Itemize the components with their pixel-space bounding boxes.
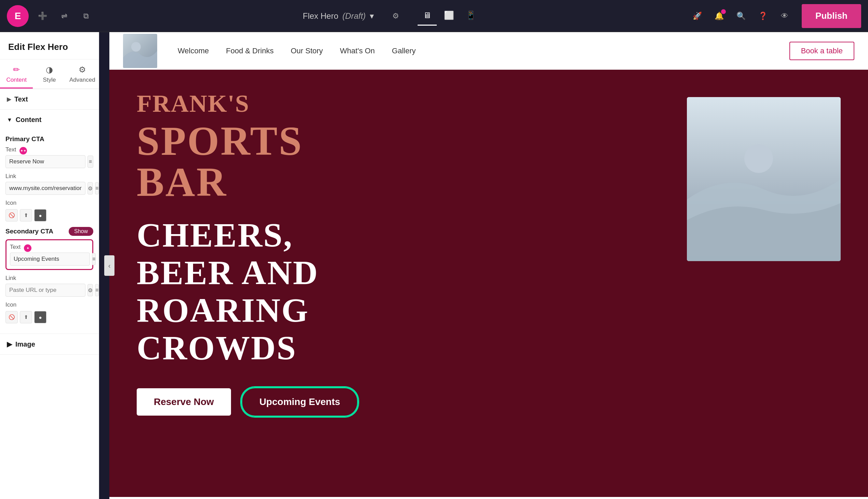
secondary-cta-toggle[interactable]: Show [69,227,93,236]
search-button[interactable]: 🔍 [733,8,749,24]
primary-cta-link-input-row: ⚙ ≡ [5,182,93,195]
content-section: ▼ Content Primary CTA Text ✦ ≡ [0,110,99,334]
secondary-cta-link-field: Link ⚙ ≡ [5,275,93,297]
primary-cta-text-menu-btn[interactable]: ≡ [87,156,93,168]
website-preview: Welcome Food & Drinks Our Story What's O… [109,32,868,499]
text-section-arrow: ▶ [7,96,11,102]
secondary-cta-icon-set: 🚫 ⬆ ● [5,311,93,323]
primary-cta-text-field: Text ✦ ≡ [5,146,93,168]
mobile-view-button[interactable]: 📱 [461,7,480,26]
svg-point-1 [131,42,141,52]
top-bar-center: Flex Hero (Draft) ▾ ⚙ 🖥 ⬜ 📱 [100,7,683,26]
nav-link-welcome[interactable]: Welcome [178,47,209,56]
hero-secondary-cta-button[interactable]: Upcoming Events [241,387,358,417]
preview-button[interactable]: 👁 [777,8,793,24]
tab-style[interactable]: ◑ Style [33,60,65,88]
secondary-cta-link-label: Link [5,275,93,282]
secondary-cta-icon-ban[interactable]: 🚫 [5,311,18,323]
content-section-label: Content [16,116,42,124]
hero-tagline-line3: ROARING [137,292,667,329]
collapse-panel-button[interactable]: ‹ [104,255,114,276]
book-table-button[interactable]: Book a table [790,42,854,60]
panel-tabs: ✏ Content ◑ Style ⚙ Advanced [0,60,99,89]
secondary-cta-link-menu-btn[interactable]: ≡ [95,284,99,296]
primary-cta-icon-label: Icon [5,199,93,206]
advanced-tab-icon: ⚙ [78,65,86,74]
tablet-view-button[interactable]: ⬜ [439,7,459,26]
device-switcher: 🖥 ⬜ 📱 [418,7,480,26]
content-tab-icon: ✏ [13,65,20,74]
page-title-group[interactable]: Flex Hero (Draft) ▾ [303,11,374,21]
content-section-body: Primary CTA Text ✦ ≡ Link [0,135,99,333]
nav-link-gallery[interactable]: Gallery [392,47,416,56]
text-section: ▶ Text [0,89,99,110]
hero-tagline: CHEERS, BEER AND ROARING CROWDS [137,216,667,367]
hero-image [687,97,841,261]
hero-primary-cta-button[interactable]: Reserve Now [137,388,231,416]
panel-title: Edit Flex Hero [0,32,99,60]
primary-cta-text-label: Text [5,146,16,153]
primary-cta-icon-upload[interactable]: ⬆ [20,209,32,221]
secondary-cta-title: Secondary CTA Show [5,227,93,236]
primary-cta-title: Primary CTA [5,135,93,143]
publish-button[interactable]: Publish [802,4,861,28]
hero-section: FRANK'S SPORTS BAR CHEERS, BEER AND ROAR… [109,70,868,497]
top-bar: E ➕ ⇌ ⧉ Flex Hero (Draft) ▾ ⚙ 🖥 ⬜ 📱 🚀 🔔 … [0,0,868,32]
primary-cta-icon-dot[interactable]: ● [34,209,47,221]
secondary-cta-link-settings-btn[interactable]: ⚙ [87,284,93,296]
main-layout: Edit Flex Hero ✏ Content ◑ Style ⚙ Advan… [0,32,868,499]
notifications-button[interactable]: 🔔 [711,8,727,24]
page-title-chevron[interactable]: ▾ [370,11,374,21]
primary-cta-dynamic-tag[interactable]: ✦ [20,147,27,155]
secondary-cta-text-input-row: ≡ [10,253,89,266]
tab-content[interactable]: ✏ Content [0,60,33,88]
nav-link-whatson[interactable]: What's On [340,47,375,56]
hero-title-line2: SPORTS [137,121,667,162]
secondary-cta-text-menu-btn[interactable]: ≡ [92,253,96,265]
image-section: ▶ Image [0,334,99,355]
secondary-cta-icon-upload[interactable]: ⬆ [20,311,32,323]
help-button[interactable]: ❓ [755,8,771,24]
navigator-button[interactable]: ⇌ [56,8,72,24]
secondary-cta-link-input[interactable] [5,284,85,297]
image-section-header[interactable]: ▶ Image [0,334,99,354]
nav-logo-placeholder [123,34,157,68]
primary-cta-link-field: Link ⚙ ≡ [5,173,93,195]
nav-links: Welcome Food & Drinks Our Story What's O… [178,47,790,56]
secondary-cta-text-row: Text ✦ [10,244,89,253]
deploy-button[interactable]: 🚀 [689,8,705,24]
text-section-header[interactable]: ▶ Text [0,89,99,109]
style-tab-icon: ◑ [46,65,53,74]
secondary-cta-icon-dot[interactable]: ● [34,311,47,323]
secondary-cta-dynamic-tag[interactable]: ✦ [24,244,32,252]
primary-cta-link-settings-btn[interactable]: ⚙ [87,182,93,194]
secondary-cta-link-input-row: ⚙ ≡ [5,284,93,297]
nav-link-food[interactable]: Food & Drinks [226,47,273,56]
nav-link-story[interactable]: Our Story [291,47,323,56]
content-section-arrow: ▼ [7,117,12,123]
add-element-button[interactable]: ➕ [34,8,51,24]
primary-cta-icon-set: 🚫 ⬆ ● [5,209,93,221]
primary-cta-link-input[interactable] [5,182,85,195]
notification-dot [721,9,726,14]
svg-point-3 [744,144,773,173]
primary-cta-text-input-row: ≡ [5,155,93,168]
elementor-logo[interactable]: E [7,5,29,27]
secondary-cta-icon-label: Icon [5,302,93,308]
secondary-cta-icon-field: Icon 🚫 ⬆ ● [5,302,93,323]
content-section-header[interactable]: ▼ Content [0,110,99,130]
settings-button[interactable]: ⚙ [388,8,404,24]
layers-button[interactable]: ⧉ [78,8,94,24]
hero-tagline-line1: CHEERS, [137,216,667,254]
desktop-view-button[interactable]: 🖥 [418,7,437,26]
hero-cta-row: Reserve Now Upcoming Events [137,387,667,417]
secondary-cta-text-label: Text [10,244,21,251]
page-title: Flex Hero [303,11,338,21]
secondary-cta-text-input[interactable] [10,253,90,266]
primary-cta-link-menu-btn[interactable]: ≡ [95,182,99,194]
primary-cta-icon-ban[interactable]: 🚫 [5,209,18,221]
primary-cta-text-input[interactable] [5,155,85,168]
tab-advanced[interactable]: ⚙ Advanced [66,60,99,88]
hero-right [687,97,841,261]
secondary-cta-row: Text ✦ ≡ [5,239,93,270]
